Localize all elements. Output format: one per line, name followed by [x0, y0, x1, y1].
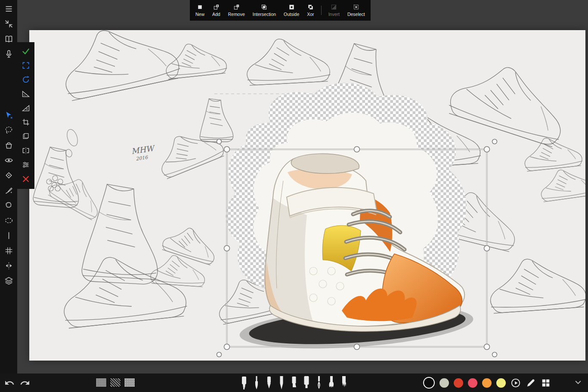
- selection-new-icon: [197, 4, 203, 10]
- selection-handle[interactable]: [354, 344, 360, 350]
- symmetry-icon: [4, 261, 13, 270]
- texture-swatch-speckle-gray[interactable]: [124, 378, 135, 387]
- selection-deselect-label: Deselect: [347, 12, 365, 17]
- brush-marker[interactable]: [240, 375, 248, 391]
- confirm-button[interactable]: [20, 46, 31, 57]
- selection-rotate-handle[interactable]: [492, 352, 497, 357]
- rotate-icon: [22, 75, 30, 84]
- selection-xor-button[interactable]: Xor: [303, 0, 318, 21]
- selection-handle[interactable]: [224, 246, 230, 251]
- chisel-marker-icon: [291, 376, 297, 391]
- cancel-button[interactable]: [20, 173, 31, 185]
- redo-button[interactable]: [20, 378, 30, 388]
- layers-tool[interactable]: [3, 275, 14, 286]
- adjust-button[interactable]: [20, 159, 31, 170]
- brush-flat-marker[interactable]: [303, 375, 310, 391]
- selection-add-button[interactable]: Add: [208, 0, 224, 21]
- line-icon: [4, 231, 13, 240]
- brush-effects-tool[interactable]: [3, 185, 14, 196]
- swatch-grid-button[interactable]: [541, 378, 551, 388]
- texture-brush-icon: [340, 376, 347, 391]
- distort-button[interactable]: [20, 131, 31, 142]
- collapse-bar-button[interactable]: [574, 378, 582, 388]
- selection-add-icon: [213, 4, 220, 10]
- redo-icon: [20, 378, 30, 388]
- lasso-tool[interactable]: [3, 124, 14, 136]
- brush-pencil[interactable]: [278, 375, 285, 391]
- fill-tool[interactable]: [3, 139, 14, 151]
- flip-button[interactable]: [20, 145, 31, 156]
- cutout-tool[interactable]: [3, 200, 14, 211]
- selection-remove-icon: [233, 4, 240, 10]
- color-swatch-black[interactable]: [423, 377, 435, 389]
- undo-button[interactable]: [4, 378, 15, 388]
- color-swatch-red[interactable]: [454, 378, 463, 388]
- rotate-button[interactable]: [20, 74, 31, 85]
- texture-swatch-hatch-dark[interactable]: [110, 378, 121, 387]
- selection-rotate-handle[interactable]: [492, 139, 497, 144]
- texture-swatch-paper-gray[interactable]: [96, 378, 107, 387]
- color-swatch-coral[interactable]: [468, 378, 477, 388]
- selection-deselect-button[interactable]: Deselect: [344, 0, 369, 21]
- symmetry-tool[interactable]: [3, 260, 14, 271]
- line-tool[interactable]: [3, 230, 14, 241]
- splatter-brush-icon: [328, 376, 335, 391]
- selection-invert-icon: [331, 4, 337, 10]
- nib-pen-icon: [316, 376, 322, 391]
- collapse-button[interactable]: [3, 18, 14, 29]
- selection-intersection-button[interactable]: Intersection: [249, 0, 280, 21]
- grid-tool[interactable]: [3, 245, 14, 256]
- fullscreen-icon: [22, 61, 30, 70]
- microphone-icon: [4, 49, 13, 59]
- play-button[interactable]: [511, 378, 521, 388]
- canvas-surface[interactable]: MHW 2016: [29, 30, 585, 361]
- sketchbook-button[interactable]: [3, 33, 14, 44]
- selection-intersection-icon: [261, 4, 267, 10]
- selection-handle[interactable]: [224, 147, 230, 152]
- selection-handle[interactable]: [354, 147, 360, 152]
- set-square-button[interactable]: [20, 102, 31, 114]
- visibility-tool[interactable]: [3, 154, 14, 166]
- color-swatch-sage-gray[interactable]: [439, 378, 449, 388]
- sliders-icon: [22, 161, 30, 169]
- microphone-button[interactable]: [3, 48, 14, 59]
- fullscreen-button[interactable]: [20, 60, 31, 71]
- ellipse-selection-tool[interactable]: [3, 215, 14, 226]
- color-swatch-orange[interactable]: [482, 378, 492, 388]
- brush-pen-button[interactable]: [526, 378, 536, 388]
- brush-texture[interactable]: [340, 375, 348, 391]
- brush-chisel-marker[interactable]: [290, 375, 298, 391]
- menu-button[interactable]: [3, 3, 14, 14]
- brush-round[interactable]: [253, 375, 260, 391]
- distort-icon: [22, 132, 30, 141]
- selection-handle[interactable]: [484, 246, 490, 251]
- ruler-icon: [22, 90, 30, 98]
- selection-new-button[interactable]: New: [192, 0, 208, 21]
- selection-outside-label: Outside: [284, 12, 299, 17]
- brush-splatter[interactable]: [328, 375, 335, 391]
- selection-rotate-handle[interactable]: [217, 139, 222, 144]
- selection-deselect-icon: [353, 4, 359, 10]
- grid-icon: [4, 246, 13, 255]
- selection-handle[interactable]: [484, 344, 490, 350]
- selection-invert-button[interactable]: Invert: [325, 0, 344, 21]
- selection-rotate-handle[interactable]: [217, 352, 222, 357]
- crop-button[interactable]: [20, 117, 31, 128]
- selection-handle[interactable]: [224, 344, 230, 350]
- selection-remove-button[interactable]: Remove: [224, 0, 249, 21]
- selection-handle[interactable]: [484, 147, 490, 152]
- brush-nib-pen[interactable]: [315, 375, 323, 391]
- pen-icon: [526, 378, 535, 388]
- transform-selection-tool[interactable]: [3, 109, 14, 120]
- texture-swatches: [96, 378, 135, 387]
- color-swatch-yellow[interactable]: [496, 378, 506, 388]
- layers-icon: [4, 276, 13, 285]
- brush-ink-pen[interactable]: [265, 375, 273, 391]
- selection-xor-icon: [307, 4, 314, 10]
- selection-outside-button[interactable]: Outside: [280, 0, 303, 21]
- chevron-down-icon: [574, 378, 582, 386]
- selection-toolbar: New Add Remove Intersection Outside Xor …: [190, 0, 371, 21]
- left-toolbar: [0, 0, 17, 373]
- color-swatch-tool[interactable]: [3, 170, 14, 181]
- ruler-button[interactable]: [20, 88, 31, 99]
